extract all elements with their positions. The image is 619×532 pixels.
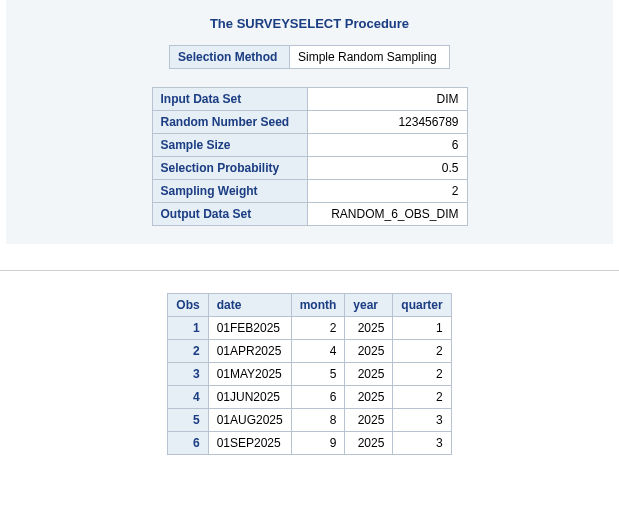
- selection-method-label: Selection Method: [170, 46, 290, 69]
- cell-date: 01MAY2025: [208, 363, 291, 386]
- cell-date: 01SEP2025: [208, 432, 291, 455]
- cell-month: 2: [291, 317, 345, 340]
- cell-quarter: 3: [393, 409, 451, 432]
- summary-row-value: 0.5: [307, 157, 467, 180]
- output-data-table: Obs date month year quarter 101FEB202522…: [167, 293, 451, 455]
- cell-obs: 3: [168, 363, 208, 386]
- cell-month: 9: [291, 432, 345, 455]
- summary-table: Input Data SetDIMRandom Number Seed12345…: [152, 87, 468, 226]
- cell-month: 6: [291, 386, 345, 409]
- procedure-title: The SURVEYSELECT Procedure: [6, 10, 613, 45]
- cell-date: 01FEB2025: [208, 317, 291, 340]
- col-date: date: [208, 294, 291, 317]
- summary-row-label: Input Data Set: [152, 88, 307, 111]
- cell-date: 01JUN2025: [208, 386, 291, 409]
- cell-month: 4: [291, 340, 345, 363]
- summary-row-label: Selection Probability: [152, 157, 307, 180]
- summary-row: Selection Probability0.5: [152, 157, 467, 180]
- summary-row-label: Sample Size: [152, 134, 307, 157]
- cell-year: 2025: [345, 386, 393, 409]
- cell-quarter: 2: [393, 363, 451, 386]
- table-row: 301MAY2025520252: [168, 363, 451, 386]
- cell-year: 2025: [345, 363, 393, 386]
- summary-row-value: 6: [307, 134, 467, 157]
- table-row: 201APR2025420252: [168, 340, 451, 363]
- table-row: 601SEP2025920253: [168, 432, 451, 455]
- cell-quarter: 2: [393, 340, 451, 363]
- summary-row-label: Random Number Seed: [152, 111, 307, 134]
- cell-date: 01AUG2025: [208, 409, 291, 432]
- summary-row-label: Sampling Weight: [152, 180, 307, 203]
- cell-date: 01APR2025: [208, 340, 291, 363]
- summary-row-value: 123456789: [307, 111, 467, 134]
- table-row: 401JUN2025620252: [168, 386, 451, 409]
- summary-row: Output Data SetRANDOM_6_OBS_DIM: [152, 203, 467, 226]
- summary-row-value: DIM: [307, 88, 467, 111]
- cell-obs: 2: [168, 340, 208, 363]
- summary-row-label: Output Data Set: [152, 203, 307, 226]
- output-header-row: Obs date month year quarter: [168, 294, 451, 317]
- cell-year: 2025: [345, 317, 393, 340]
- summary-row: Sample Size6: [152, 134, 467, 157]
- cell-month: 5: [291, 363, 345, 386]
- table-row: 101FEB2025220251: [168, 317, 451, 340]
- col-obs: Obs: [168, 294, 208, 317]
- cell-obs: 1: [168, 317, 208, 340]
- cell-obs: 6: [168, 432, 208, 455]
- cell-year: 2025: [345, 432, 393, 455]
- cell-month: 8: [291, 409, 345, 432]
- cell-quarter: 1: [393, 317, 451, 340]
- col-month: month: [291, 294, 345, 317]
- cell-year: 2025: [345, 340, 393, 363]
- cell-quarter: 2: [393, 386, 451, 409]
- cell-obs: 4: [168, 386, 208, 409]
- summary-row: Random Number Seed123456789: [152, 111, 467, 134]
- cell-year: 2025: [345, 409, 393, 432]
- selection-method-table: Selection Method Simple Random Sampling: [169, 45, 450, 69]
- summary-row: Input Data SetDIM: [152, 88, 467, 111]
- surveyselect-panel: The SURVEYSELECT Procedure Selection Met…: [6, 0, 613, 244]
- col-quarter: quarter: [393, 294, 451, 317]
- selection-method-value: Simple Random Sampling: [290, 46, 450, 69]
- summary-row: Sampling Weight2: [152, 180, 467, 203]
- summary-row-value: RANDOM_6_OBS_DIM: [307, 203, 467, 226]
- cell-quarter: 3: [393, 432, 451, 455]
- cell-obs: 5: [168, 409, 208, 432]
- summary-row-value: 2: [307, 180, 467, 203]
- col-year: year: [345, 294, 393, 317]
- table-row: 501AUG2025820253: [168, 409, 451, 432]
- divider: [0, 270, 619, 271]
